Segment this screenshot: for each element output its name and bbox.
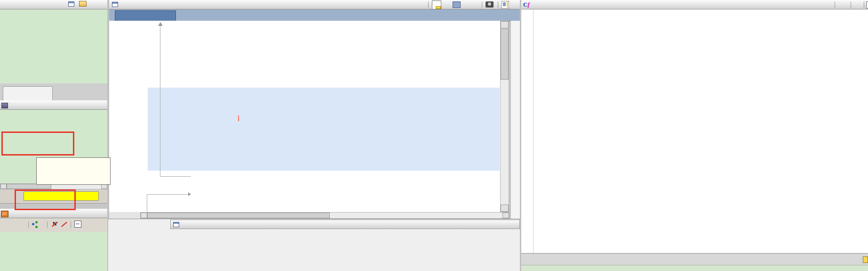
annotation-box-filter (15, 189, 76, 210)
annotation-box-functions (1, 131, 74, 156)
decompile-code (0, 0, 868, 271)
ghidra-window: DT N (0, 0, 868, 271)
function-tooltip (36, 157, 111, 185)
decompile-bottom-bar (521, 253, 868, 265)
script-icon[interactable] (863, 256, 868, 263)
console-content-strip (521, 265, 868, 271)
listing-caret (238, 115, 239, 121)
